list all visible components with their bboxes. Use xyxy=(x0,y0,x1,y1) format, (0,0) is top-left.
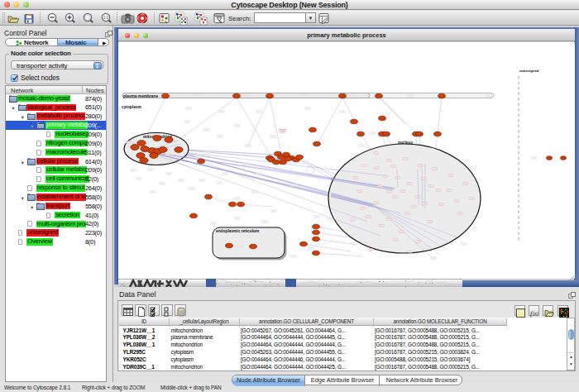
svg-text:nucleus: nucleus xyxy=(398,141,413,145)
svg-text:endoplasmic reticulum: endoplasmic reticulum xyxy=(216,229,259,233)
svg-text:1:1: 1:1 xyxy=(103,16,109,20)
svg-text:cytoplasm: cytoplasm xyxy=(122,105,141,109)
svg-text:plasma membrane: plasma membrane xyxy=(123,94,158,98)
svg-text:(x): (x) xyxy=(533,311,538,317)
svg-text:unassigned: unassigned xyxy=(519,69,539,73)
